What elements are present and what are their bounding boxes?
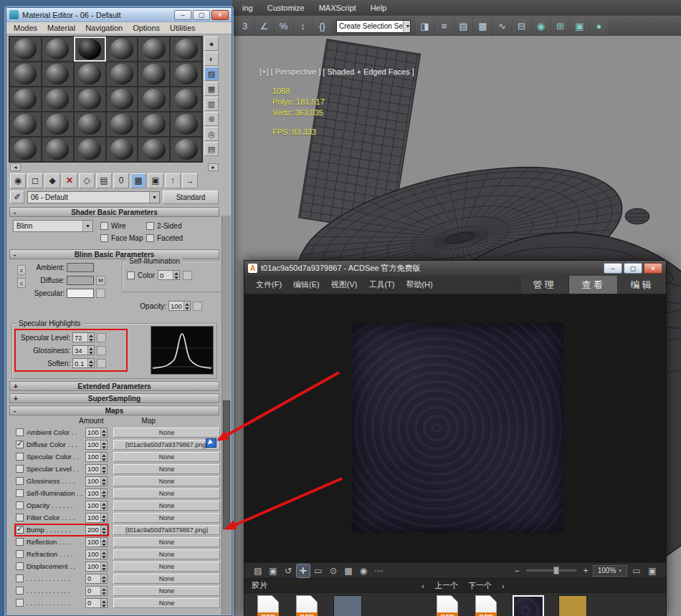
map-button[interactable]: None xyxy=(113,428,220,438)
menu-edit[interactable]: 编辑(E) xyxy=(287,279,325,290)
graphite-ribbon-icon[interactable]: ▦ xyxy=(474,18,492,35)
spinner-arrows[interactable] xyxy=(100,599,107,607)
tab-edit[interactable]: 编辑 xyxy=(617,276,666,294)
rotate-ccw-icon[interactable]: ↺ xyxy=(282,564,295,577)
put-to-library-icon[interactable]: ▤ xyxy=(96,173,112,188)
material-id-channel-icon[interactable]: 0 xyxy=(113,173,129,188)
map-button[interactable]: None xyxy=(113,598,220,608)
material-editor-titlebar[interactable]: Material Editor - 06 - Default –▢✕ xyxy=(6,8,232,22)
sample-tiling-icon[interactable]: ▦ xyxy=(204,82,219,96)
backlight-icon[interactable]: ◐ xyxy=(204,52,219,66)
menu-maxscript[interactable]: MAXScript xyxy=(312,4,363,12)
material-slot[interactable] xyxy=(106,137,138,162)
ambient-diffuse-lock-icon[interactable]: c xyxy=(17,265,26,275)
material-slot[interactable] xyxy=(9,62,42,87)
two-sided-checkbox[interactable] xyxy=(146,222,154,230)
amount-spinner[interactable]: 100 xyxy=(85,452,108,462)
snap-toggle-icon[interactable]: 3 xyxy=(236,18,254,35)
spinner-arrows[interactable] xyxy=(100,477,107,486)
material-slot[interactable] xyxy=(138,87,170,112)
map-enable-checkbox[interactable] xyxy=(16,538,24,546)
material-slot[interactable] xyxy=(170,137,202,162)
amount-spinner[interactable]: 200 xyxy=(85,525,108,535)
pick-material-icon[interactable]: ✐ xyxy=(10,191,24,203)
map-shortcut-button[interactable] xyxy=(97,359,106,368)
map-button[interactable]: None xyxy=(113,489,220,499)
material-slot[interactable] xyxy=(170,62,202,87)
specular-color-swatch[interactable] xyxy=(67,289,94,298)
prev-image-button[interactable]: 上一个 xyxy=(434,580,458,591)
shader-type-dropdown[interactable]: Blinn ▼ xyxy=(13,220,93,232)
amount-spinner[interactable]: 100 xyxy=(85,476,108,486)
rollout-shader-basic-parameters[interactable]: - Shader Basic Parameters xyxy=(9,207,219,217)
diffuse-specular-lock-icon[interactable]: c xyxy=(17,278,26,288)
actual-size-icon[interactable]: ▣ xyxy=(646,564,659,577)
faceted-checkbox[interactable] xyxy=(146,234,154,242)
material-slot[interactable] xyxy=(74,87,106,112)
maximize-button[interactable]: ▢ xyxy=(624,263,642,274)
material-editor-scrollbar[interactable] xyxy=(222,216,231,615)
material-name-dropdown[interactable]: 06 - Default ▼ xyxy=(27,191,160,203)
spinner-arrows[interactable] xyxy=(100,526,107,534)
zoom-slider-handle[interactable] xyxy=(553,567,559,574)
material-slot[interactable] xyxy=(42,62,74,87)
material-slot[interactable] xyxy=(106,87,138,112)
specular-level-spinner[interactable]: 72 xyxy=(72,332,95,342)
map-enable-checkbox[interactable] xyxy=(16,465,24,473)
file-list-icon[interactable]: ▤ xyxy=(252,564,265,577)
spinner-arrows[interactable] xyxy=(87,346,94,355)
map-button[interactable]: None xyxy=(113,476,220,486)
material-slot[interactable] xyxy=(42,112,74,137)
spinner-arrows[interactable] xyxy=(100,501,107,510)
go-to-parent-icon[interactable]: ↑ xyxy=(165,173,181,188)
diffuse-map-shortcut-button[interactable]: M xyxy=(96,276,105,285)
amount-spinner[interactable]: 0 xyxy=(85,586,108,596)
acdsee-titlebar[interactable]: A t01ac9a50d7a9379867 - ACDSee 官方免费版 –▢✕ xyxy=(244,261,666,276)
material-navigator-icon[interactable]: ▤ xyxy=(204,142,219,156)
spinner-arrows[interactable] xyxy=(100,562,107,571)
filmstrip-thumbnail-raw[interactable]: RAW xyxy=(256,595,280,616)
spinner-arrows[interactable] xyxy=(100,465,107,473)
material-slot[interactable] xyxy=(74,112,106,137)
render-setup-icon[interactable]: ⊞ xyxy=(551,18,569,35)
amount-spinner[interactable]: 100 xyxy=(85,562,108,572)
map-button[interactable]: None xyxy=(113,464,220,474)
zoom-slider[interactable] xyxy=(526,569,576,572)
filmstrip-label[interactable]: 胶片 xyxy=(252,580,267,591)
menu-view[interactable]: 视图(V) xyxy=(325,279,363,290)
viewport-label[interactable]: [+] [ Perspective ] [ Shaded + Edged Fac… xyxy=(259,67,414,76)
specular-map-shortcut-button[interactable] xyxy=(96,289,105,298)
filmstrip-thumbnail-raw[interactable]: RAW xyxy=(295,595,319,616)
map-button[interactable]: None xyxy=(113,513,220,523)
more-tools-icon[interactable]: ⋯ xyxy=(372,564,385,577)
material-slot[interactable] xyxy=(170,112,202,137)
percent-snap-icon[interactable]: % xyxy=(275,18,292,35)
map-button[interactable]: None xyxy=(113,562,220,572)
show-map-in-viewport-icon[interactable]: ▦ xyxy=(130,173,146,188)
select-region-icon[interactable]: ▭ xyxy=(312,564,325,577)
material-slot[interactable] xyxy=(9,112,42,137)
diffuse-color-swatch[interactable] xyxy=(67,276,94,285)
menu-utilities[interactable]: Utilities xyxy=(165,24,200,32)
map-enable-checkbox[interactable] xyxy=(16,489,24,497)
texture-image[interactable] xyxy=(352,323,563,533)
close-button[interactable]: ✕ xyxy=(644,263,662,274)
menu-material[interactable]: Material xyxy=(42,24,80,32)
make-unique-icon[interactable]: ◇ xyxy=(79,173,95,188)
layer-manager-icon[interactable]: ▤ xyxy=(454,18,472,35)
rollout-extended-parameters[interactable]: +Extended Parameters xyxy=(9,381,219,391)
amount-spinner[interactable]: 100 xyxy=(85,513,108,523)
map-enable-checkbox[interactable] xyxy=(16,574,24,582)
spinner-arrows[interactable] xyxy=(100,428,107,437)
amount-spinner[interactable]: 100 xyxy=(85,489,108,499)
spinner-arrows[interactable] xyxy=(87,359,94,367)
mirror-icon[interactable]: ◨ xyxy=(416,18,434,35)
select-by-material-icon[interactable]: ◎ xyxy=(204,127,219,141)
spinner-arrows[interactable] xyxy=(100,453,107,461)
material-slot[interactable] xyxy=(9,87,42,112)
material-slot[interactable] xyxy=(138,37,170,62)
zoom-level-dropdown[interactable]: 100%▼ xyxy=(593,565,627,577)
spinner-arrows[interactable] xyxy=(173,271,179,279)
map-enable-checkbox[interactable] xyxy=(16,453,24,461)
next-image-button[interactable]: 下一个 xyxy=(468,580,492,591)
